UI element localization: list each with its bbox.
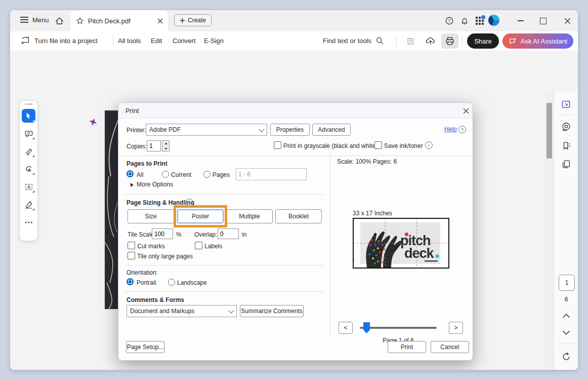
document-tab[interactable]: Pitch Deck.pdf bbox=[71, 10, 168, 31]
radio-landscape[interactable] bbox=[168, 279, 175, 286]
multiple-button[interactable]: Multiple bbox=[226, 209, 273, 223]
current-page-box[interactable]: 1 bbox=[559, 275, 575, 291]
radio-current[interactable] bbox=[162, 171, 169, 178]
close-icon[interactable] bbox=[157, 18, 163, 24]
radio-all[interactable] bbox=[127, 170, 134, 177]
sign-tool[interactable] bbox=[22, 198, 35, 211]
size-button[interactable]: Size bbox=[128, 209, 174, 223]
turn-into-project-button[interactable]: Turn file into a project bbox=[20, 35, 98, 46]
preview-prev-button[interactable]: < bbox=[339, 322, 353, 334]
tile-only-checkbox[interactable] bbox=[128, 252, 135, 259]
highlight-tool[interactable] bbox=[22, 144, 35, 158]
pages-range-input[interactable] bbox=[236, 168, 307, 180]
cancel-button[interactable]: Cancel bbox=[431, 341, 469, 353]
draw-tool[interactable] bbox=[22, 162, 35, 176]
acrobat-window: Menu Pitch Deck.pdf Create ? bbox=[10, 10, 578, 370]
find-button[interactable]: Find text or tools bbox=[323, 36, 384, 45]
chevron-down-icon bbox=[563, 328, 570, 335]
save-button[interactable] bbox=[404, 34, 417, 48]
rotate-button[interactable] bbox=[559, 350, 573, 364]
comments-select[interactable]: Document and Markups bbox=[127, 305, 237, 317]
print-button[interactable] bbox=[441, 33, 458, 49]
select-arrow-icon bbox=[25, 112, 32, 120]
sign-icon bbox=[24, 200, 33, 209]
select-tool[interactable] bbox=[22, 109, 35, 123]
scrollbar-thumb[interactable] bbox=[547, 103, 552, 159]
labels-label: Labels bbox=[204, 243, 222, 250]
nav-edit[interactable]: Edit bbox=[151, 37, 162, 45]
nav-all-tools[interactable]: All tools bbox=[118, 37, 141, 45]
summarize-comments-button[interactable]: Summarize Comments bbox=[240, 305, 304, 317]
home-button[interactable] bbox=[53, 14, 66, 27]
close-icon bbox=[564, 18, 571, 24]
ask-ai-assistant-button[interactable]: Ask AI Assistant bbox=[502, 33, 573, 49]
more-options-toggle[interactable]: More Options bbox=[137, 181, 173, 188]
notifications-button[interactable] bbox=[458, 14, 471, 27]
tab-title: Pitch Deck.pdf bbox=[88, 17, 153, 25]
booklet-button[interactable]: Booklet bbox=[275, 209, 322, 223]
close-icon bbox=[463, 108, 469, 114]
comments-value: Document and Markups bbox=[130, 308, 194, 315]
svg-text:A: A bbox=[27, 184, 30, 189]
overlap-input[interactable] bbox=[218, 229, 239, 239]
column-divider bbox=[330, 156, 330, 337]
cut-marks-checkbox[interactable] bbox=[128, 242, 135, 249]
ai-assistant-icon bbox=[561, 99, 572, 110]
pages-panel-button[interactable] bbox=[559, 157, 573, 171]
comment-tool[interactable] bbox=[22, 127, 35, 140]
comments-title: Comments & Forms bbox=[127, 296, 184, 303]
more-tools[interactable] bbox=[22, 215, 35, 229]
dialog-close-button[interactable] bbox=[461, 106, 471, 116]
copies-input[interactable] bbox=[147, 140, 161, 151]
advanced-button[interactable]: Advanced bbox=[312, 124, 351, 136]
properties-button[interactable]: Properties bbox=[270, 124, 310, 136]
plus-icon bbox=[180, 18, 185, 23]
nav-esign[interactable]: E-Sign bbox=[204, 37, 224, 45]
share-button[interactable]: Share bbox=[467, 33, 499, 49]
drag-handle[interactable] bbox=[25, 103, 33, 105]
avatar[interactable] bbox=[488, 15, 499, 26]
radio-portrait[interactable] bbox=[127, 278, 134, 285]
apps-button[interactable] bbox=[473, 14, 486, 27]
preview-next-button[interactable]: > bbox=[449, 322, 463, 334]
minimize-button[interactable] bbox=[514, 14, 527, 27]
copies-stepper[interactable] bbox=[162, 140, 170, 151]
chevron-up-icon bbox=[563, 314, 570, 321]
toolbar-divider bbox=[113, 35, 113, 47]
maximize-button[interactable] bbox=[536, 14, 550, 27]
ai-assistant-panel-button[interactable] bbox=[559, 97, 573, 111]
preview-page-slider[interactable] bbox=[360, 327, 437, 329]
print-confirm-button[interactable]: Print bbox=[388, 341, 426, 353]
help-link[interactable]: Help bbox=[444, 126, 457, 133]
window-close-button[interactable] bbox=[561, 14, 574, 27]
menu-button[interactable]: Menu bbox=[20, 15, 49, 24]
page-setup-button[interactable]: Page Setup... bbox=[126, 341, 164, 353]
printer-select[interactable]: Adobe PDF bbox=[146, 124, 267, 136]
print-dialog-header bbox=[118, 103, 473, 119]
radio-pages[interactable] bbox=[203, 171, 211, 178]
comments-panel-button[interactable] bbox=[559, 120, 573, 134]
grayscale-label: Print in grayscale (black and white) bbox=[283, 142, 377, 149]
stepper-up-icon bbox=[164, 142, 167, 144]
print-dialog: Print Printer: Adobe PDF Properties Adva… bbox=[118, 102, 473, 361]
grayscale-checkbox[interactable] bbox=[274, 141, 281, 149]
labels-checkbox[interactable] bbox=[195, 242, 202, 249]
cloud-upload-button[interactable] bbox=[424, 34, 437, 48]
next-page-button[interactable] bbox=[559, 325, 573, 339]
find-label: Find text or tools bbox=[323, 37, 371, 45]
section-divider bbox=[124, 291, 324, 292]
cloud-upload-icon bbox=[425, 35, 436, 47]
page-view-button[interactable] bbox=[559, 367, 573, 370]
tile-scale-input[interactable] bbox=[152, 229, 173, 239]
info-icon[interactable]: i bbox=[425, 141, 433, 149]
create-tab-button[interactable]: Create bbox=[174, 14, 212, 26]
previous-page-button[interactable] bbox=[559, 309, 573, 323]
help-info-icon[interactable]: ? bbox=[458, 126, 466, 133]
add-text-tool[interactable]: A bbox=[22, 180, 35, 194]
nav-convert[interactable]: Convert bbox=[173, 37, 196, 45]
help-button[interactable]: ? bbox=[443, 14, 456, 27]
maximize-icon bbox=[540, 18, 547, 24]
slider-thumb[interactable] bbox=[363, 322, 370, 333]
save-ink-checkbox[interactable] bbox=[374, 141, 382, 149]
bookmarks-panel-button[interactable] bbox=[559, 139, 573, 153]
